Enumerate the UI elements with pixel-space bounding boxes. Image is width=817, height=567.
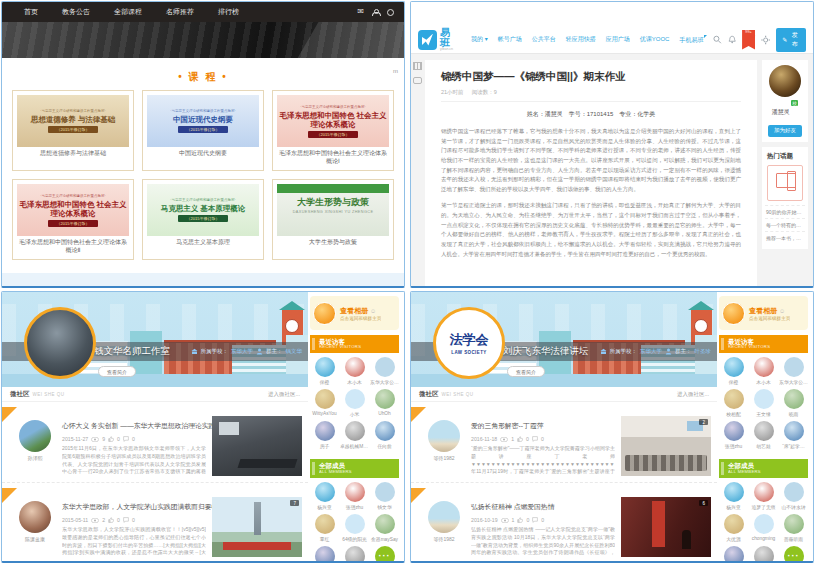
member-item[interactable]: 钱文华	[370, 482, 399, 510]
post-thumbnail[interactable]	[212, 416, 302, 476]
course-card[interactable]: ·马克思主义理论研究和建设工程重点教材· 毛泽东思想和中国特色 社会主义理论体系…	[12, 179, 134, 260]
member-item[interactable]: 更 多	[779, 546, 808, 561]
nav-item[interactable]: 优课YOOC	[640, 35, 670, 44]
member-item[interactable]: 蔷薇听雨	[779, 514, 808, 542]
post-thumbnail[interactable]: 6	[621, 497, 711, 557]
add-friend-button[interactable]: 加为好友	[768, 125, 802, 137]
post-author-avatar[interactable]	[19, 501, 51, 533]
member-item[interactable]: 杨清岳	[749, 546, 778, 561]
search-icon[interactable]	[387, 9, 394, 16]
visitor-item[interactable]: 东华大学公…	[779, 357, 808, 385]
school-link[interactable]: 东华大学	[640, 348, 662, 355]
post-thumbnail[interactable]: 7	[212, 497, 302, 557]
mail-icon[interactable]: ✉	[357, 8, 364, 16]
enter-community-link[interactable]: 进入微社区...	[677, 391, 709, 398]
nav-item[interactable]: 首页	[12, 2, 50, 22]
like-icon[interactable]	[517, 436, 523, 442]
owner-link[interactable]: 钱文华	[286, 348, 303, 355]
visitor-item[interactable]: 保橙	[719, 357, 748, 385]
group-avatar[interactable]: 法学会 LAW SOCIETY	[433, 307, 505, 379]
visitor-item[interactable]: “席”起学…	[779, 421, 808, 449]
like-icon[interactable]	[517, 517, 523, 523]
comment-icon[interactable]	[532, 517, 538, 523]
view-album-card[interactable]: 查看相册 ☺ 点击返回班级群主页	[310, 296, 399, 330]
user-icon[interactable]	[372, 9, 379, 16]
post-author-avatar[interactable]	[428, 420, 460, 452]
visitor-item[interactable]: WittyAsYou	[310, 389, 339, 417]
author-avatar[interactable]	[769, 65, 801, 97]
owner-link[interactable]: 叶圣珍	[695, 348, 712, 355]
visitor-item[interactable]: 东华大学公…	[370, 357, 399, 385]
more-link[interactable]: m	[393, 68, 398, 74]
view-intro-button[interactable]: 查看简介	[507, 366, 545, 377]
course-card[interactable]: 大学生形势与政策 DAXUESHENG XINGSHI YU ZHENGCE 大…	[272, 179, 394, 260]
visitor-item[interactable]: 校相配	[719, 389, 748, 417]
member-item[interactable]: 覃红	[310, 514, 339, 542]
member-item[interactable]: chongming	[749, 514, 778, 542]
visitor-item[interactable]: 木小木	[340, 357, 369, 385]
chat-icon[interactable]	[413, 77, 422, 84]
bell-icon[interactable]	[728, 35, 736, 44]
visitor-item[interactable]: 卓越机械M1…	[340, 421, 369, 449]
course-card[interactable]: ·马克思主义理论研究和建设工程重点教材· 中国近现代史纲要 （2015年修订版）…	[142, 90, 264, 171]
member-item[interactable]: 张强zhu	[340, 482, 369, 510]
nav-item[interactable]: 公共平台	[532, 35, 556, 44]
comment-icon[interactable]	[532, 436, 538, 442]
member-item[interactable]: 山不转水转	[779, 482, 808, 510]
visitor-item[interactable]: 房子	[310, 421, 339, 449]
visitor-item[interactable]: 木小木	[749, 357, 778, 385]
visitor-item[interactable]: 张强zhu	[719, 421, 748, 449]
group-avatar[interactable]	[24, 307, 96, 379]
apps-grid-icon[interactable]	[413, 62, 422, 70]
member-item[interactable]: 大优源	[719, 514, 748, 542]
nav-item[interactable]: 排行榜	[206, 2, 251, 22]
visitor-item[interactable]: 保橙	[310, 357, 339, 385]
hot-topic-item[interactable]: 推荐一本书，一下子就…	[765, 231, 805, 244]
course-card[interactable]: ·马克思主义理论研究和建设工程重点教材· 思想道德修养 与法律基础 （2015年…	[12, 90, 134, 171]
member-item[interactable]: 杨兴亚	[310, 482, 339, 510]
nav-item[interactable]: 应用广场	[606, 35, 630, 44]
member-item[interactable]: 杨兴亚	[719, 482, 748, 510]
nav-item[interactable]: 名师推荐	[154, 2, 206, 22]
member-item[interactable]: 姥姥鸡	[310, 546, 339, 561]
post-title[interactable]: 弘扬长征精神 点燃爱国热情	[471, 503, 554, 510]
gear-icon[interactable]	[761, 35, 770, 45]
like-icon[interactable]	[108, 517, 114, 523]
post-author-avatar[interactable]	[19, 420, 51, 452]
course-card[interactable]: ·马克思主义理论研究和建设工程重点教材· 毛泽东思想和中国特色 社会主义理论体系…	[272, 90, 394, 171]
member-item[interactable]: 更 多	[370, 546, 399, 561]
member-item[interactable]: 鱼顶蛋	[340, 546, 369, 561]
member-item[interactable]: 未认证	[719, 546, 748, 561]
member-item[interactable]: 64级的阳光	[340, 514, 369, 542]
yiban-logo[interactable]: 易班 yiban.cn	[418, 28, 459, 52]
visitor-item[interactable]: 胡艺娃	[749, 421, 778, 449]
school-link[interactable]: 东华大学	[231, 348, 253, 355]
hot-topic-item[interactable]: 90后的你开始预先养生…	[765, 205, 805, 218]
nav-item[interactable]: 全部课程	[102, 2, 154, 22]
search-icon[interactable]	[713, 35, 721, 44]
visitor-item[interactable]: 小米	[340, 389, 369, 417]
nav-item[interactable]: 帐号广场	[498, 35, 522, 44]
member-item[interactable]: 金器maySay	[370, 514, 399, 542]
publish-button[interactable]: ✎ 发布	[776, 28, 806, 52]
view-intro-button[interactable]: 查看简介	[98, 366, 136, 377]
member-item[interactable]: 追梦了无痕	[749, 482, 778, 510]
nav-item[interactable]: 我的 ▾	[471, 35, 488, 44]
comment-icon[interactable]	[123, 436, 129, 442]
visitor-item[interactable]: UhOh	[370, 389, 399, 417]
like-icon[interactable]	[108, 436, 114, 442]
visitor-item[interactable]: 晓雨	[779, 389, 808, 417]
messages-icon[interactable]: 99+	[742, 30, 755, 50]
view-album-card[interactable]: 查看相册 ☺ 点击返回班级群主页	[719, 296, 808, 330]
post-thumbnail[interactable]: 2	[621, 416, 711, 476]
visitor-item[interactable]: 王文缘	[749, 389, 778, 417]
nav-item[interactable]: 轻应用快搭	[566, 35, 596, 44]
nav-item[interactable]: 教务公告	[50, 2, 102, 22]
enter-community-link[interactable]: 进入微社区...	[268, 391, 300, 398]
hot-topic-item[interactable]: 每一个特有的姓是什么…	[765, 218, 805, 231]
post-title[interactable]: 爱的三角形解密--丁霞萍	[471, 422, 544, 429]
course-card[interactable]: ·马克思主义理论研究和建设工程重点教材· 马克思主义 基本原理概论 （2015年…	[142, 179, 264, 260]
post-author-avatar[interactable]	[428, 501, 460, 533]
comment-icon[interactable]	[123, 517, 129, 523]
nav-item[interactable]: 手机易班	[679, 35, 707, 45]
